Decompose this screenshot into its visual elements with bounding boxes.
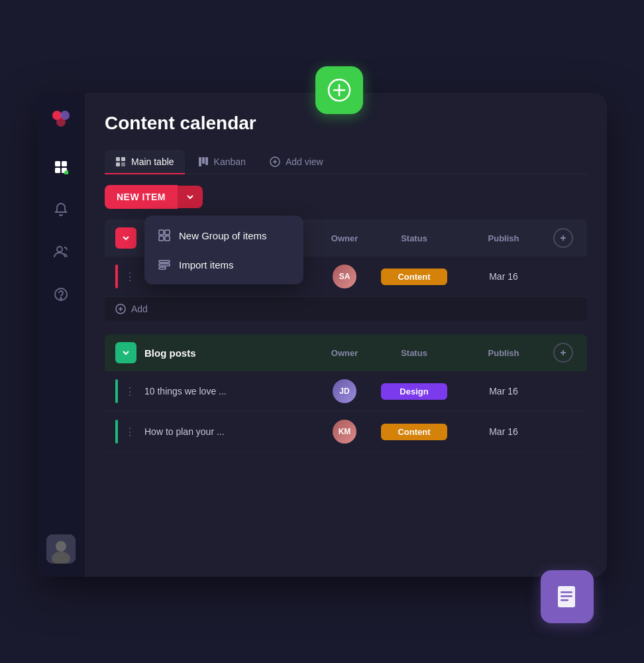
new-item-chevron[interactable] xyxy=(178,186,203,208)
section-blog-posts: Blog posts Owner Status Publish xyxy=(105,334,587,452)
sidebar-item-help[interactable] xyxy=(46,280,76,309)
svg-point-9 xyxy=(56,117,66,127)
col-header-owner: Owner xyxy=(331,233,358,243)
add-column-button-2[interactable] xyxy=(553,343,573,363)
col-header-status: Status xyxy=(401,233,427,243)
status-badge: Design xyxy=(381,383,447,400)
svg-rect-23 xyxy=(116,162,120,166)
col-header-status-2: Status xyxy=(401,348,427,358)
sidebar-item-apps[interactable] xyxy=(46,152,76,182)
svg-rect-36 xyxy=(159,264,170,266)
svg-rect-10 xyxy=(55,161,60,166)
import-icon xyxy=(158,258,171,271)
row-indicator-teal xyxy=(115,379,118,403)
app-container: Content calendar Main table xyxy=(37,73,607,590)
new-group-icon xyxy=(158,229,171,242)
tab-kanban-label: Kanban xyxy=(214,156,246,167)
row-avatar: KM xyxy=(333,420,356,444)
toolbar: NEW ITEM xyxy=(105,174,587,219)
svg-rect-37 xyxy=(159,267,166,269)
status-badge: Content xyxy=(381,424,447,440)
table-row: ⋮ 10 things we love ... JD Design Mar 16 xyxy=(105,371,587,412)
section-blog-posts-header: Blog posts Owner Status Publish xyxy=(105,334,587,371)
publish-date: Mar 16 xyxy=(477,426,530,437)
svg-rect-34 xyxy=(165,236,170,241)
new-item-dropdown: New Group of items Import items xyxy=(144,215,303,284)
row-indicator xyxy=(115,265,118,288)
sidebar xyxy=(37,93,85,577)
tabs-bar: Main table Kanban Add xyxy=(105,150,587,174)
new-item-button[interactable]: NEW ITEM xyxy=(105,185,203,209)
row-title: 10 things we love ... xyxy=(144,386,318,396)
svg-rect-31 xyxy=(159,230,164,235)
sidebar-user-avatar[interactable] xyxy=(46,534,76,564)
new-group-item[interactable]: New Group of items xyxy=(144,221,303,250)
row-menu-dots[interactable]: ⋮ xyxy=(125,385,135,398)
svg-rect-25 xyxy=(199,157,201,166)
tab-main-table[interactable]: Main table xyxy=(105,150,185,174)
svg-rect-24 xyxy=(121,162,125,166)
publish-date: Mar 16 xyxy=(477,271,530,282)
sidebar-item-notifications[interactable] xyxy=(46,195,76,224)
svg-rect-6 xyxy=(561,599,568,601)
svg-rect-33 xyxy=(159,236,164,241)
svg-rect-4 xyxy=(561,591,572,593)
tab-add-view[interactable]: Add view xyxy=(259,150,334,174)
col-header-owner-2: Owner xyxy=(331,348,358,358)
row-avatar: SA xyxy=(333,265,356,288)
chevron-down-icon xyxy=(186,192,195,202)
row-avatar: JD xyxy=(333,379,356,403)
svg-rect-12 xyxy=(55,168,60,173)
svg-point-15 xyxy=(57,247,62,252)
chevron-down-icon xyxy=(121,348,131,357)
row-menu-dots[interactable]: ⋮ xyxy=(125,426,135,438)
svg-point-17 xyxy=(60,298,62,299)
svg-rect-32 xyxy=(165,230,170,235)
sidebar-logo[interactable] xyxy=(48,106,74,133)
table-row: ⋮ How to plan your ... KM Content Mar 16 xyxy=(105,412,587,452)
add-column-button[interactable] xyxy=(553,228,573,248)
import-items-label: Import items xyxy=(179,259,234,271)
kanban-icon xyxy=(198,156,209,167)
svg-rect-27 xyxy=(205,157,208,165)
app-window: Content calendar Main table xyxy=(37,93,607,577)
row-indicator-teal-2 xyxy=(115,420,118,444)
tab-kanban[interactable]: Kanban xyxy=(188,150,256,174)
svg-point-19 xyxy=(56,541,66,552)
fab-add-button[interactable] xyxy=(315,66,363,114)
add-icon xyxy=(115,304,126,314)
new-item-label: NEW ITEM xyxy=(105,185,178,209)
tab-add-view-label: Add view xyxy=(286,156,323,167)
table-icon xyxy=(115,156,126,167)
row-title: How to plan your ... xyxy=(144,426,318,437)
svg-rect-5 xyxy=(561,595,572,597)
import-items-item[interactable]: Import items xyxy=(144,250,303,279)
fab-doc-button[interactable] xyxy=(541,570,594,623)
publish-date: Mar 16 xyxy=(477,386,530,396)
sidebar-item-people[interactable] xyxy=(46,237,76,267)
new-group-label: New Group of items xyxy=(179,230,267,241)
svg-rect-11 xyxy=(62,161,67,166)
add-row-button[interactable]: Add xyxy=(105,297,587,321)
row-menu-dots[interactable]: ⋮ xyxy=(125,271,135,283)
svg-rect-26 xyxy=(202,157,205,164)
section-blog-title: Blog posts xyxy=(144,347,318,359)
page-title: Content calendar xyxy=(105,113,587,134)
section-blog-toggle[interactable] xyxy=(115,342,136,363)
status-badge: Content xyxy=(381,269,447,285)
add-row-label: Add xyxy=(131,304,148,314)
chevron-down-icon xyxy=(121,233,131,243)
svg-rect-21 xyxy=(116,157,120,161)
svg-rect-35 xyxy=(159,261,170,263)
add-view-icon xyxy=(270,156,280,167)
svg-rect-22 xyxy=(121,157,125,161)
tab-main-table-label: Main table xyxy=(131,156,174,167)
col-header-publish: Publish xyxy=(488,233,519,243)
col-header-publish-2: Publish xyxy=(488,348,519,358)
main-content: Content calendar Main table xyxy=(85,93,607,577)
section-articles-toggle[interactable] xyxy=(115,227,136,249)
